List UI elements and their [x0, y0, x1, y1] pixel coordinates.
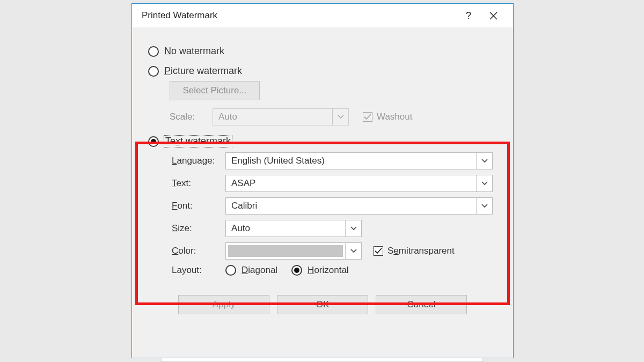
size-row: Size: Auto — [172, 220, 499, 237]
chevron-down-icon[interactable] — [476, 153, 492, 169]
color-combo[interactable] — [225, 242, 362, 260]
radio-label: No watermark — [164, 46, 224, 57]
chevron-down-icon[interactable] — [476, 198, 492, 214]
button-row: Apply OK Cancel — [146, 295, 499, 314]
chevron-down-icon — [332, 109, 348, 125]
font-row: Font: Calibri — [172, 197, 499, 215]
horizontal-label: Horizontal — [308, 265, 349, 276]
radio-label: Text watermark — [164, 136, 232, 147]
size-value: Auto — [226, 223, 345, 234]
chevron-down-icon[interactable] — [345, 220, 361, 237]
scale-row: Scale: Auto Washout — [170, 108, 499, 126]
scale-value: Auto — [213, 112, 332, 122]
text-label: Text: — [172, 178, 225, 189]
radio-layout-diagonal[interactable]: Diagonal — [225, 265, 277, 276]
help-button[interactable]: ? — [456, 7, 481, 24]
printed-watermark-dialog: Printed Watermark ? No watermark Picture… — [131, 3, 514, 358]
semitransparent-checkbox[interactable]: Semitransparent — [374, 246, 455, 256]
size-combo[interactable]: Auto — [225, 220, 362, 237]
language-row: Language: English (United States) — [172, 152, 499, 169]
language-label: Language: — [172, 156, 225, 166]
radio-icon — [148, 66, 159, 77]
apply-button[interactable]: Apply — [178, 295, 269, 314]
washout-label: Washout — [377, 112, 412, 122]
color-swatch — [228, 245, 343, 257]
checkbox-icon — [374, 246, 383, 256]
ok-button[interactable]: OK — [277, 295, 368, 314]
text-value: ASAP — [226, 178, 476, 189]
select-picture-button: Select Picture... — [170, 81, 260, 100]
radio-icon — [148, 136, 159, 147]
layout-row: Layout: Diagonal Horizontal — [172, 265, 499, 276]
font-value: Calibri — [226, 201, 476, 211]
color-row: Color: Semitransparent — [172, 242, 499, 260]
radio-label: Picture watermark — [164, 65, 242, 77]
dialog-title: Printed Watermark — [142, 10, 456, 21]
radio-layout-horizontal[interactable]: Horizontal — [291, 265, 349, 276]
dialog-body: No watermark Picture watermark Select Pi… — [132, 27, 513, 314]
language-value: English (United States) — [226, 156, 476, 166]
washout-checkbox: Washout — [363, 112, 412, 122]
picture-group: Select Picture... Scale: Auto Washout — [170, 81, 499, 126]
font-combo[interactable]: Calibri — [225, 197, 493, 215]
radio-icon — [291, 265, 302, 276]
chevron-down-icon[interactable] — [476, 175, 492, 191]
text-watermark-group: Text watermark Language: English (United… — [148, 136, 499, 276]
radio-icon — [148, 46, 159, 57]
cancel-button[interactable]: Cancel — [376, 295, 467, 314]
radio-no-watermark[interactable]: No watermark — [148, 46, 499, 57]
radio-icon — [225, 265, 236, 276]
semitransparent-label: Semitransparent — [387, 246, 455, 256]
scale-label: Scale: — [170, 112, 213, 122]
language-combo[interactable]: English (United States) — [225, 152, 493, 169]
diagonal-label: Diagonal — [241, 265, 277, 276]
close-button[interactable] — [481, 7, 506, 24]
titlebar: Printed Watermark ? — [132, 4, 513, 27]
radio-picture-watermark[interactable]: Picture watermark — [148, 65, 499, 77]
font-label: Font: — [172, 201, 225, 211]
size-label: Size: — [172, 223, 225, 234]
checkbox-icon — [363, 112, 372, 122]
color-label: Color: — [172, 246, 225, 256]
radio-text-watermark[interactable]: Text watermark — [148, 136, 499, 147]
close-icon — [489, 12, 497, 20]
text-row: Text: ASAP — [172, 175, 499, 192]
chevron-down-icon[interactable] — [345, 243, 361, 259]
scale-combo: Auto — [213, 108, 349, 125]
text-combo[interactable]: ASAP — [225, 175, 493, 192]
layout-label: Layout: — [172, 265, 225, 276]
